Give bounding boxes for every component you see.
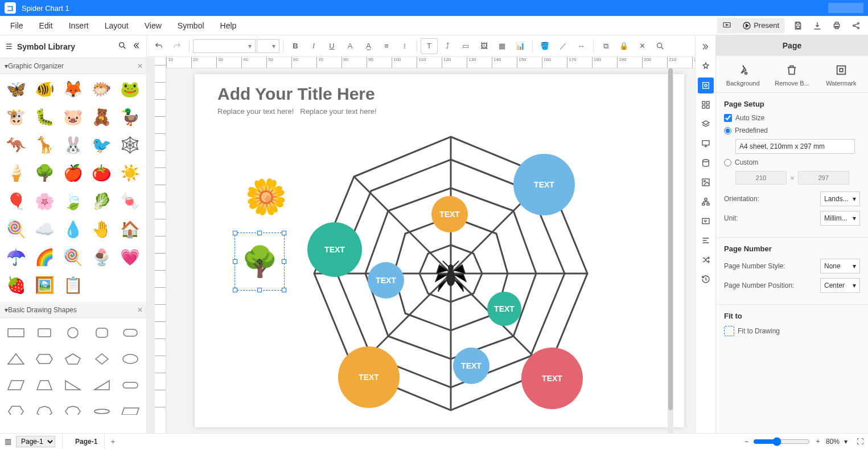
symbol-item[interactable]: 🦘 [2, 133, 30, 158]
symbol-item[interactable]: 🍭 [2, 217, 30, 242]
text-bubble[interactable]: TEXT [368, 262, 404, 299]
font-color-button[interactable]: A [342, 38, 359, 54]
section-basic-shapes[interactable]: ▾ Basic Drawing Shapes ✕ [0, 302, 146, 318]
watermark-button[interactable]: Watermark [818, 64, 864, 87]
menu-edit[interactable]: Edit [31, 18, 61, 34]
app-logo-icon[interactable]: ⊐ [5, 2, 16, 14]
symbol-item[interactable]: 🐠 [31, 76, 58, 101]
save-button[interactable] [788, 18, 808, 34]
zoom-out-button[interactable]: − [744, 438, 748, 446]
symbol-item[interactable]: 🦒 [31, 133, 58, 158]
shape-item[interactable] [88, 399, 116, 415]
slideshow-button[interactable] [717, 18, 737, 34]
shape-item[interactable] [59, 399, 87, 415]
text-bubble[interactable]: TEXT [513, 154, 575, 215]
symbol-item[interactable]: 📋 [59, 273, 87, 298]
line-button[interactable]: ／ [554, 38, 571, 54]
predefined-radio[interactable] [724, 127, 731, 134]
unit-select[interactable]: Millim...▾ [820, 211, 860, 226]
symbol-item[interactable]: 🐰 [59, 133, 87, 158]
text-bubble[interactable]: TEXT [487, 292, 521, 326]
export-button[interactable] [808, 18, 827, 34]
auto-size-checkbox[interactable] [724, 114, 732, 122]
text-bubble[interactable]: TEXT [338, 346, 400, 408]
orientation-select[interactable]: Lands...▾ [820, 191, 860, 206]
symbol-item[interactable]: 🍦 [2, 161, 30, 186]
shape-item[interactable] [31, 399, 58, 415]
align-button[interactable]: ≡ [378, 38, 395, 54]
symbol-item[interactable]: 🤚 [88, 217, 116, 242]
shape-item[interactable] [2, 320, 30, 345]
remove-background-button[interactable]: Remove B... [769, 64, 814, 87]
shape-item[interactable] [31, 346, 58, 372]
valign-button[interactable]: ⫶ [396, 38, 413, 54]
symbol-item[interactable]: 🍭 [59, 245, 87, 270]
symbol-item[interactable]: 🐷 [59, 104, 87, 129]
shape-item[interactable] [59, 320, 87, 345]
menu-help[interactable]: Help [212, 18, 245, 34]
menu-view[interactable]: View [137, 18, 170, 34]
pages-icon[interactable]: ▥ [5, 437, 11, 446]
shuffle-icon[interactable] [698, 252, 714, 268]
group-button[interactable]: ⧉ [597, 38, 614, 54]
align-panel-icon[interactable] [698, 232, 714, 248]
shape-item[interactable] [31, 320, 58, 345]
symbol-item[interactable]: 🍅 [88, 161, 116, 186]
add-page-button[interactable]: ＋ [105, 434, 121, 449]
underline-button[interactable]: U [323, 38, 340, 54]
page-settings-icon[interactable] [698, 77, 714, 93]
symbol-item[interactable]: 🍃 [59, 189, 87, 214]
symbol-item[interactable]: ☂️ [2, 245, 30, 270]
symbol-item[interactable]: 🍬 [117, 189, 144, 214]
symbol-item[interactable]: 💗 [117, 245, 144, 270]
symbol-item[interactable]: 🌸 [31, 189, 58, 214]
symbol-item[interactable]: 🕸️ [117, 133, 144, 158]
canvas-viewport[interactable]: Add Your Title Here Replace your text he… [166, 68, 695, 433]
symbol-item[interactable]: 🌈 [31, 245, 58, 270]
close-icon[interactable]: ✕ [137, 306, 143, 314]
page-subtitle[interactable]: Replace your text here! Replace your tex… [217, 107, 377, 116]
text-bubble[interactable]: TEXT [453, 348, 489, 384]
history-icon[interactable] [698, 271, 714, 287]
text-bubble[interactable]: TEXT [521, 348, 583, 409]
share-button[interactable] [846, 18, 866, 34]
collapse-left-icon[interactable] [131, 41, 141, 52]
search-canvas-button[interactable] [652, 38, 669, 54]
symbol-item[interactable]: 🐡 [88, 76, 116, 101]
shape-item[interactable] [31, 373, 58, 398]
shape-item[interactable] [2, 346, 30, 372]
font-family-select[interactable]: ▾ [193, 39, 256, 53]
fill-button[interactable]: 🪣 [536, 38, 553, 54]
bold-button[interactable]: B [287, 38, 304, 54]
shape-item[interactable] [88, 320, 116, 345]
italic-button[interactable]: I [305, 38, 322, 54]
expand-right-icon[interactable] [698, 39, 714, 55]
shape-item[interactable] [117, 346, 144, 372]
menu-file[interactable]: File [2, 18, 31, 34]
text-bubble[interactable]: TEXT [431, 196, 468, 232]
shape-button[interactable]: ▭ [457, 38, 474, 54]
symbol-item[interactable]: 🏠 [117, 217, 144, 242]
arrow-style-button[interactable]: ↔ [573, 38, 590, 54]
canvas-vertical-scrollbar[interactable] [668, 68, 673, 433]
background-button[interactable]: Background [720, 64, 766, 87]
shape-item[interactable] [2, 399, 30, 415]
custom-radio[interactable] [724, 159, 731, 166]
page-tab[interactable]: Page-1 [68, 434, 105, 449]
symbol-item[interactable]: 🖼️ [31, 273, 58, 298]
predefined-size-select[interactable]: A4 sheet, 210mm x 297 mm [735, 139, 855, 154]
symbol-item[interactable]: ☀️ [117, 161, 144, 186]
symbol-item[interactable]: 🦆 [117, 104, 144, 129]
shape-item[interactable] [88, 373, 116, 398]
chart-button[interactable]: 📊 [512, 38, 529, 54]
page-title[interactable]: Add Your Title Here [217, 84, 375, 104]
menu-symbol[interactable]: Symbol [170, 18, 212, 34]
symbol-item[interactable]: 🌳 [31, 161, 58, 186]
close-icon[interactable]: ✕ [137, 62, 143, 70]
shape-item[interactable] [117, 399, 144, 415]
canvas-page[interactable]: Add Your Title Here Replace your text he… [195, 74, 684, 427]
layers-icon[interactable] [698, 116, 714, 132]
symbol-item[interactable]: 🍎 [59, 161, 87, 186]
page-number-position-select[interactable]: Center▾ [820, 278, 860, 293]
print-button[interactable] [827, 18, 846, 34]
